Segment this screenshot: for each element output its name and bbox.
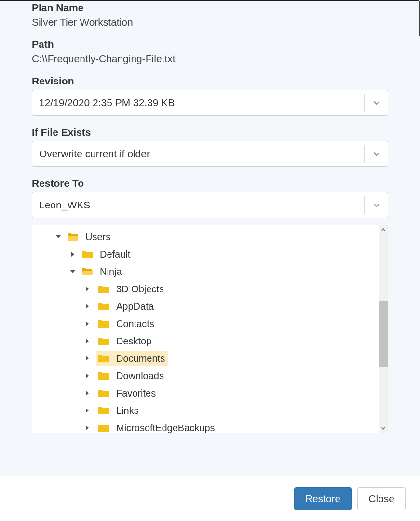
expand-toggle[interactable] <box>82 356 92 361</box>
if-file-exists-select-value: Overwrite current if older <box>39 148 358 160</box>
folder-icon <box>98 302 109 311</box>
if-file-exists-field: If File Exists Overwrite current if olde… <box>32 126 388 167</box>
tree-node-default[interactable]: Default <box>32 246 379 263</box>
expand-toggle[interactable] <box>82 321 92 326</box>
tree-node-label: Default <box>100 249 130 260</box>
folder-icon <box>98 284 109 294</box>
folder-icon <box>98 336 109 346</box>
revision-select[interactable]: 12/19/2020 2:35 PM 32.39 KB <box>32 90 388 116</box>
revision-caret-zone <box>364 94 381 112</box>
tree-node-favorites[interactable]: Favorites <box>32 384 379 402</box>
restore-dialog: Plan Name Silver Tier Workstation Path C… <box>0 0 420 521</box>
expand-toggle[interactable] <box>82 304 92 309</box>
folder-open-icon <box>81 267 93 276</box>
restore-to-select-value: Leon_WKS <box>39 199 358 211</box>
tree-node-links[interactable]: Links <box>32 402 379 419</box>
folder-icon <box>98 406 109 415</box>
dialog-top-border <box>0 0 419 1</box>
tree-node-label: 3D Objects <box>116 284 164 295</box>
chevron-down-icon <box>372 201 381 209</box>
chevron-down-icon <box>372 98 381 107</box>
revision-field: Revision 12/19/2020 2:35 PM 32.39 KB <box>32 75 388 116</box>
restore-to-select[interactable]: Leon_WKS <box>32 192 388 218</box>
tree-node-users[interactable]: Users <box>32 228 379 246</box>
tree-node-label: Desktop <box>116 336 151 347</box>
tree-node-label: Links <box>116 405 139 416</box>
revision-select-value: 12/19/2020 2:35 PM 32.39 KB <box>39 97 358 109</box>
tree-node-downloads[interactable]: Downloads <box>32 367 379 384</box>
expand-toggle[interactable] <box>82 425 92 430</box>
restore-button[interactable]: Restore <box>294 487 352 510</box>
chevron-down-icon <box>372 150 381 158</box>
expand-toggle[interactable] <box>82 408 92 413</box>
folder-icon <box>81 249 93 259</box>
tree-node-label: AppData <box>116 301 154 312</box>
folder-tree: Users Default Ninja <box>32 225 388 433</box>
tree-node-documents[interactable]: Documents <box>32 350 379 367</box>
path-value: C:\\Frequently-Changing-File.txt <box>32 53 388 65</box>
tree-node-label: Favorites <box>116 388 156 399</box>
plan-name-field: Plan Name Silver Tier Workstation <box>32 2 388 28</box>
expand-toggle[interactable] <box>82 287 92 291</box>
folder-icon <box>98 354 109 363</box>
expand-toggle[interactable] <box>82 339 92 343</box>
plan-name-value: Silver Tier Workstation <box>32 16 388 28</box>
tree-node-label: Users <box>85 232 110 243</box>
restore-to-field: Restore To Leon_WKS Users <box>32 178 388 433</box>
dialog-footer: Restore Close <box>0 476 420 521</box>
folder-open-icon <box>67 232 79 242</box>
tree-node-label: Downloads <box>116 370 164 382</box>
path-label: Path <box>32 39 388 50</box>
close-button[interactable]: Close <box>357 487 406 510</box>
expand-toggle[interactable] <box>82 373 92 378</box>
path-field: Path C:\\Frequently-Changing-File.txt <box>32 39 388 65</box>
tree-node-appdata[interactable]: AppData <box>32 298 379 315</box>
tree-node-contacts[interactable]: Contacts <box>32 315 379 332</box>
tree-node-label: Documents <box>116 353 165 364</box>
folder-icon <box>98 423 109 433</box>
expand-toggle[interactable] <box>68 270 78 273</box>
tree-scrollbar[interactable] <box>379 225 388 433</box>
if-file-exists-select[interactable]: Overwrite current if older <box>32 141 388 167</box>
folder-icon <box>98 388 109 398</box>
tree-node-desktop[interactable]: Desktop <box>32 332 379 350</box>
if-file-exists-label: If File Exists <box>32 126 388 138</box>
expand-toggle[interactable] <box>82 391 92 396</box>
tree-node-label: MicrosoftEdgeBackups <box>116 423 215 433</box>
if-file-exists-caret-zone <box>364 145 381 163</box>
dialog-content: Plan Name Silver Tier Workstation Path C… <box>0 0 420 433</box>
tree-node-label: Contacts <box>116 318 154 329</box>
folder-icon <box>98 371 109 381</box>
expand-toggle[interactable] <box>68 252 78 257</box>
tree-node-label: Ninja <box>100 266 122 277</box>
plan-name-label: Plan Name <box>32 2 388 14</box>
scroll-thumb[interactable] <box>379 301 388 367</box>
expand-toggle[interactable] <box>54 235 63 238</box>
tree-node-ninja[interactable]: Ninja <box>32 263 379 280</box>
restore-to-label: Restore To <box>32 178 388 189</box>
revision-label: Revision <box>32 75 388 87</box>
restore-to-caret-zone <box>364 196 381 214</box>
folder-icon <box>98 319 109 329</box>
tree-node-edge-backups[interactable]: MicrosoftEdgeBackups <box>32 419 379 433</box>
scroll-down-button[interactable] <box>379 424 388 433</box>
folder-tree-body: Users Default Ninja <box>32 225 379 433</box>
scroll-up-button[interactable] <box>379 225 388 234</box>
tree-node-3d-objects[interactable]: 3D Objects <box>32 280 379 298</box>
